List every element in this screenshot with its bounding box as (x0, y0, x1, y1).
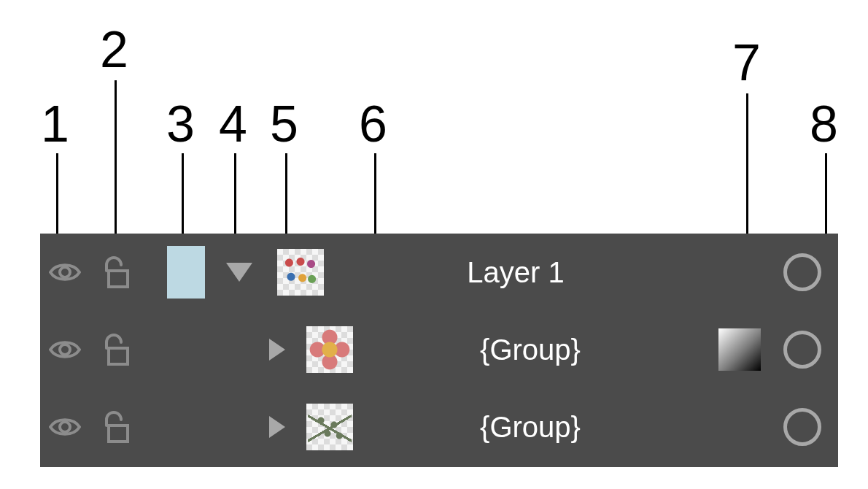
svg-point-0 (60, 267, 70, 277)
layer-row[interactable]: {Group} (40, 311, 838, 388)
visibility-toggle[interactable] (40, 388, 90, 466)
chevron-right-icon (269, 416, 285, 438)
svg-point-4 (60, 422, 70, 432)
svg-rect-1 (109, 271, 128, 287)
color-swatch-icon (167, 246, 205, 299)
callout-5-label: 5 (270, 95, 298, 153)
target-button[interactable] (777, 388, 828, 466)
callout-3-label: 3 (166, 95, 194, 153)
lock-toggle[interactable] (90, 311, 141, 388)
circle-icon (783, 331, 821, 369)
callout-1-label: 1 (41, 95, 69, 153)
thumbnail-icon (277, 249, 324, 296)
callout-4-label: 4 (219, 95, 247, 153)
layer-name-label: {Group} (480, 311, 581, 388)
disclosure-toggle[interactable] (252, 311, 303, 388)
callout-7-label: 7 (732, 34, 760, 92)
layer-thumbnail[interactable] (303, 311, 357, 388)
layer-thumbnail[interactable] (274, 234, 328, 311)
unlock-icon (100, 409, 131, 444)
callout-5-line (285, 153, 287, 241)
lock-toggle[interactable] (90, 234, 141, 311)
gradient-swatch-icon (718, 328, 761, 371)
eye-icon (49, 416, 81, 438)
appearance-indicator[interactable] (714, 311, 765, 388)
layer-name-field[interactable]: {Group} (361, 388, 700, 466)
layer-row[interactable]: Layer 1 (40, 234, 838, 311)
layer-color-swatch[interactable] (164, 234, 208, 311)
lock-toggle[interactable] (90, 388, 141, 466)
disclosure-toggle[interactable] (252, 388, 303, 466)
circle-icon (783, 408, 821, 446)
target-button[interactable] (777, 311, 828, 388)
svg-point-2 (60, 344, 70, 355)
disclosure-toggle[interactable] (214, 234, 265, 311)
circle-icon (783, 253, 821, 291)
visibility-toggle[interactable] (40, 234, 90, 311)
layers-panel: Layer 1 (40, 234, 838, 467)
unlock-icon (100, 332, 131, 367)
thumbnail-icon (306, 326, 353, 373)
visibility-toggle[interactable] (40, 311, 90, 388)
callout-6-label: 6 (359, 95, 387, 153)
callout-8-label: 8 (810, 95, 837, 153)
thumbnail-icon (306, 404, 353, 450)
svg-rect-5 (109, 426, 128, 442)
chevron-down-icon (226, 263, 252, 282)
unlock-icon (100, 255, 131, 290)
eye-icon (49, 261, 81, 283)
layer-name-field[interactable]: Layer 1 (332, 234, 700, 311)
callout-2-label: 2 (100, 20, 128, 79)
chevron-right-icon (269, 339, 285, 361)
layer-name-label: {Group} (480, 388, 581, 466)
layer-row[interactable]: {Group} (40, 388, 838, 466)
layer-thumbnail[interactable] (303, 388, 357, 466)
svg-rect-3 (109, 348, 128, 364)
target-button[interactable] (777, 234, 828, 311)
layer-name-field[interactable]: {Group} (361, 311, 700, 388)
callout-2-line (115, 80, 117, 248)
eye-icon (49, 339, 81, 361)
layer-name-label: Layer 1 (467, 234, 564, 311)
